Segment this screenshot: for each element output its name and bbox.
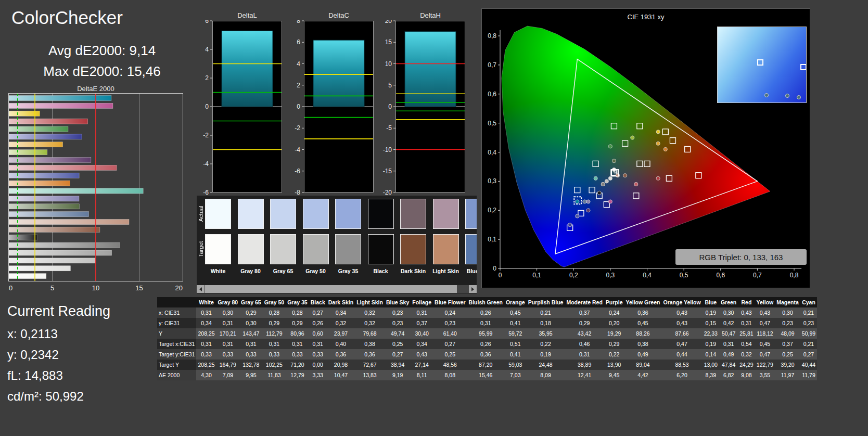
table-cell: 0,49 [624,349,662,360]
scroll-right-icon [471,287,474,291]
max-de2000-readout: Max dE2000: 15,46 [0,63,204,80]
table-cell: 87,20 [467,360,504,370]
table-cell: 208,25 [196,360,216,370]
table-cell: 7,09 [216,370,240,380]
svg-text:-20: -20 [383,189,392,195]
table-cell: 170,21 [216,328,240,339]
svg-text:0,3: 0,3 [488,177,496,185]
swatch-label: Blue Sky [462,268,477,274]
table-cell: 0,31 [565,349,604,360]
table-cell: 47,84 [719,360,738,370]
deltaC-chart-title: DeltaC [304,11,374,19]
table-cell: 0,31 [411,307,433,318]
measured-marker [656,130,660,134]
table-row: Target Y208,25164,79132,78102,2571,200,0… [157,360,817,370]
vchartC-bar [313,40,364,107]
table-cell: 71,20 [286,360,309,370]
table-cell: 0,23 [433,318,467,328]
svg-text:10: 10 [92,284,99,292]
table-cell: 8,39 [703,370,719,380]
target-row-label: Target [197,234,205,264]
table-cell: 0,33 [309,349,327,360]
table-cell: 0,29 [604,339,624,349]
avg-de2000-readout: Avg dE2000: 9,14 [0,43,204,59]
table-cell: 0,19 [703,307,719,318]
table-cell: 0,31 [216,318,240,328]
table-cell: 11,79 [800,370,817,380]
swatch-label: Black [364,268,398,274]
deltaC-chart: 86420-2-4-6-8 [282,20,375,197]
scroll-left-button[interactable] [197,285,205,293]
table-cell: 143,47 [239,328,263,339]
column-header: Magenta [775,297,800,307]
table-cell: 0,31 [196,339,216,349]
measured-marker [656,142,660,145]
table-cell: 9,08 [738,370,755,380]
deltaE-bar-magenta [9,103,113,108]
measured-marker [597,191,601,195]
table-cell: 0,30 [239,318,263,328]
table-cell: 0,31 [196,307,216,318]
column-header: Foliage [411,297,433,307]
swatch-actual-black [368,199,394,229]
svg-text:4: 4 [297,60,300,68]
table-cell: 0,28 [286,307,309,318]
table-cell: 0,23 [775,318,800,328]
measured-marker [605,179,608,183]
table-cell: 112,79 [263,328,286,339]
deltaL-chart: 6420-2-4-6 [190,20,283,197]
table-cell: 0,32 [738,349,755,360]
table-cell: 0,36 [355,349,385,360]
table-cell: 38,89 [565,360,604,370]
measured-marker [594,176,597,180]
table-cell: 8,08 [433,370,467,380]
table-cell: 0,31 [216,339,240,349]
table-cell: 0,45 [624,318,662,328]
measured-marker [586,209,590,212]
swatch-target-blue-sky [465,234,477,264]
svg-text:0,5: 0,5 [680,272,688,279]
table-cell: 0,20 [604,318,624,328]
table-cell: 4,30 [196,370,216,380]
table-cell: 0,38 [355,339,385,349]
swatch-scrollbar[interactable] [197,285,477,293]
svg-text:-2: -2 [203,132,209,139]
table-cell: 0,22 [527,339,565,349]
table-cell: 8,09 [527,370,565,380]
table-cell: 0,22 [604,349,624,360]
table-cell: 25,81 [738,328,755,339]
table-cell: 0,37 [775,339,800,349]
table-cell: 0,24 [433,307,467,318]
deltaE2000-chart-title: DeltaE 2000 [8,85,183,93]
swatch-actual-gray-65 [270,199,296,229]
table-cell: 0,31 [263,339,286,349]
table-cell: 0,51 [504,339,527,349]
svg-text:0,6: 0,6 [716,272,725,279]
table-cell: 6,82 [719,370,738,380]
reading-y: y: 0,2342 [7,348,59,362]
table-cell: 0,31 [738,318,755,328]
table-cell: 13,00 [703,360,719,370]
table-cell: 50,47 [719,328,738,339]
table-cell: 9,45 [604,370,624,380]
column-header: Yellow [755,297,775,307]
table-row: Y208,25170,21143,47112,7980,960,6023,977… [157,328,817,339]
actual-row-label: Actual [197,199,205,229]
vchartL-bar [222,31,273,107]
column-header: Cyan [800,297,817,307]
table-cell: 0,44 [661,349,702,360]
table-cell: 0,30 [216,307,240,318]
table-cell: 0,45 [504,307,527,318]
svg-text:15: 15 [385,39,392,46]
table-cell: 0,34 [327,307,355,318]
swatch-actual-white [205,199,231,229]
svg-text:0: 0 [297,103,300,110]
row-label: Target x:CIE31 [157,339,196,349]
table-cell: 9,95 [239,370,263,380]
table-cell: 0,27 [800,349,817,360]
scrollbar-thumb[interactable] [205,285,457,293]
scroll-right-button[interactable] [469,285,477,293]
table-cell: 0,29 [239,307,263,318]
table-cell: 0,43 [661,307,702,318]
deltaE-bar-bluish-green [9,188,143,194]
